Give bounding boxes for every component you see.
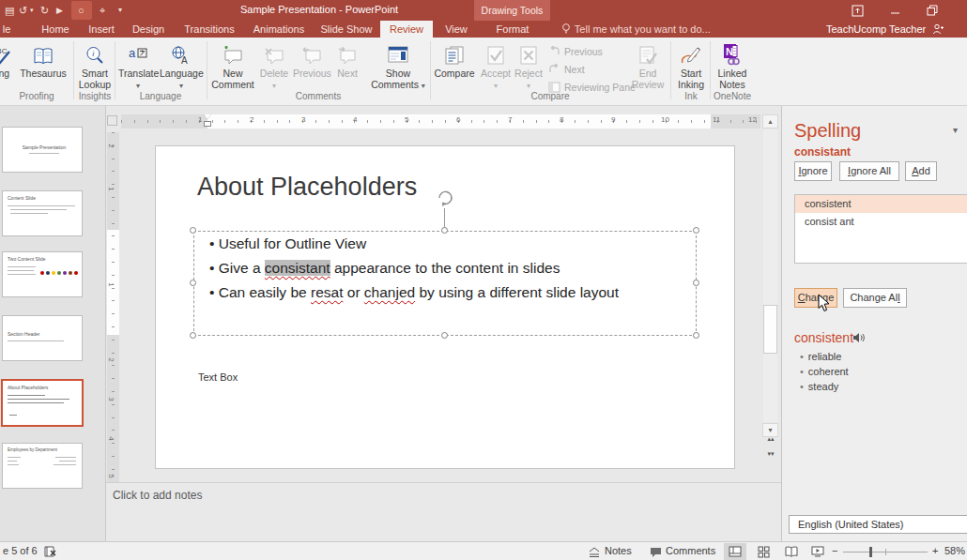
scroll-up-button[interactable]: ▴ xyxy=(762,114,778,129)
save-icon[interactable]: ▤ xyxy=(5,3,14,18)
synonym-item[interactable]: •coherent xyxy=(800,366,849,377)
compare-button[interactable]: Compare xyxy=(432,41,477,79)
slide-canvas[interactable]: About Placeholders • Useful for Outline … xyxy=(155,145,735,469)
resize-handle-sw[interactable] xyxy=(190,332,196,339)
suggestion-item-selected[interactable]: consistent xyxy=(795,195,967,213)
ribbon-display-options-button[interactable] xyxy=(843,0,871,21)
group-separator xyxy=(710,41,711,99)
thumbnail-slide-5-selected[interactable]: About Placeholders xyxy=(1,379,84,427)
new-comment-button[interactable]: New Comment xyxy=(210,41,255,90)
rotate-handle-icon[interactable] xyxy=(435,188,455,208)
slide-sorter-view-button[interactable] xyxy=(752,543,775,560)
restore-button[interactable] xyxy=(918,0,946,21)
resize-handle-ne[interactable] xyxy=(693,227,699,234)
change-all-button[interactable]: Change All xyxy=(843,288,907,308)
start-from-beginning-icon[interactable]: ▶ xyxy=(56,3,63,18)
reject-button: Reject ▾ xyxy=(513,41,545,92)
spell-check-status-icon[interactable] xyxy=(43,545,57,558)
synonym-item[interactable]: •reliable xyxy=(800,351,841,362)
zoom-percentage[interactable]: 58% xyxy=(944,545,965,556)
reading-view-button[interactable] xyxy=(780,543,803,560)
language-button[interactable]: A Language ▾ xyxy=(160,41,203,92)
slide-title[interactable]: About Placeholders xyxy=(197,173,417,202)
delete-comment-icon xyxy=(264,47,284,66)
share-button[interactable]: Shar xyxy=(932,21,967,38)
scrollbar-track[interactable] xyxy=(763,129,777,422)
resize-handle-w[interactable] xyxy=(190,280,196,286)
content-textbox[interactable]: • Useful for Outline View • Give a consi… xyxy=(193,231,697,336)
bullet-line-1[interactable]: • Useful for Outline View xyxy=(209,235,366,252)
tab-transitions[interactable]: Transitions xyxy=(177,21,242,38)
ignore-button[interactable]: Ignore xyxy=(794,161,832,181)
tell-me-box[interactable]: Tell me what you want to do... xyxy=(560,21,711,38)
pane-options-icon[interactable]: ▾ xyxy=(953,125,958,135)
notes-toggle[interactable]: Notes xyxy=(605,545,632,556)
resize-handle-e[interactable] xyxy=(693,280,699,286)
zoom-in-button[interactable]: + xyxy=(932,545,938,556)
scrollbar-thumb[interactable] xyxy=(763,305,777,354)
synonym-item[interactable]: •steady xyxy=(800,381,838,392)
account-user-name[interactable]: TeachUcomp Teacher xyxy=(826,21,926,38)
pin-icon[interactable]: ⌖ xyxy=(100,3,105,18)
undo-icon[interactable]: ↺ xyxy=(19,3,27,18)
thumbnail-slide-4[interactable]: Section Header xyxy=(2,315,83,361)
zoom-slider-center-tick xyxy=(885,549,886,555)
zoom-out-button[interactable]: − xyxy=(832,545,837,556)
delete-comment-button: Delete ▾ xyxy=(257,41,291,92)
language-globe-icon: A xyxy=(171,45,192,66)
bullet-line-3[interactable]: • Can easily be resat or chanjed by usin… xyxy=(209,284,619,301)
minimize-button[interactable] xyxy=(881,0,909,21)
notes-placeholder[interactable]: Click to add notes xyxy=(113,489,202,502)
resize-handle-se[interactable] xyxy=(693,332,699,339)
zoom-slider-thumb[interactable] xyxy=(869,547,872,557)
previous-slide-button[interactable]: ▴▴ xyxy=(765,436,776,447)
slide-editing-area: 1 2 3 4 5 6 7 8 9 10 11 12 2 1 1 2 3 4 5 xyxy=(106,106,781,541)
first-line-indent-marker[interactable] xyxy=(204,114,211,119)
comments-status-icon[interactable] xyxy=(650,547,662,558)
slide-show-view-button[interactable] xyxy=(806,543,829,560)
thesaurus-button[interactable]: Thesaurus xyxy=(17,41,69,79)
add-button[interactable]: Add xyxy=(905,161,937,181)
undo-dropdown-icon[interactable]: ▾ xyxy=(30,3,34,18)
tab-insert[interactable]: Insert xyxy=(81,21,122,38)
minimize-icon xyxy=(890,6,900,16)
comments-toggle[interactable]: Comments xyxy=(666,545,715,556)
change-button[interactable]: Change xyxy=(794,288,837,308)
normal-view-button[interactable] xyxy=(724,543,746,560)
qat-customize-icon[interactable]: ▾ xyxy=(118,3,122,18)
smart-lookup-button[interactable]: i Smart Lookup xyxy=(75,41,115,90)
thumbnail-slide-2[interactable]: Content Slide xyxy=(2,190,83,236)
thumbnail-slide-3[interactable]: Two Content Slide xyxy=(2,251,83,297)
notes-status-icon[interactable] xyxy=(589,547,600,557)
resize-handle-s[interactable] xyxy=(441,332,448,339)
tab-slide-show[interactable]: Slide Show xyxy=(315,21,377,38)
spelling-button[interactable]: ABC ling xyxy=(0,41,19,79)
translate-button[interactable]: a Translate ▾ xyxy=(118,41,158,92)
thumbnail-slide-1[interactable]: Sample Presentation xyxy=(2,127,83,173)
tab-design[interactable]: Design xyxy=(124,21,173,38)
group-separator xyxy=(207,41,207,99)
tab-review[interactable]: Review xyxy=(380,21,433,38)
bullet-line-2[interactable]: • Give a consistant appearance to the co… xyxy=(209,260,560,277)
tab-animations[interactable]: Animations xyxy=(244,21,314,38)
next-slide-button[interactable]: ▾▾ xyxy=(765,451,776,462)
circle-tool-icon[interactable]: ○ xyxy=(78,3,84,18)
start-inking-button[interactable]: Start Inking xyxy=(672,41,710,90)
tab-file[interactable]: le xyxy=(0,21,13,38)
textbox-label[interactable]: Text Box xyxy=(198,371,238,383)
tab-format[interactable]: Format xyxy=(484,21,541,38)
redo-icon[interactable]: ↻ xyxy=(40,3,49,18)
thumbnail-slide-6[interactable]: Employees by Department xyxy=(2,443,83,489)
resize-handle-nw[interactable] xyxy=(190,227,196,234)
linked-notes-button[interactable]: N Linked Notes xyxy=(712,41,753,90)
resize-handle-n[interactable] xyxy=(441,227,448,234)
hanging-indent-marker[interactable] xyxy=(204,121,211,127)
show-comments-button[interactable]: Show Comments ▾ xyxy=(368,41,428,92)
ignore-all-button[interactable]: Ignore All xyxy=(839,161,899,181)
suggestion-item[interactable]: consist ant xyxy=(795,213,967,231)
notes-pane[interactable]: Click to add notes xyxy=(106,482,781,541)
pronounce-speaker-icon[interactable] xyxy=(852,332,865,343)
tab-home[interactable]: Home xyxy=(30,21,81,38)
dictionary-language-dropdown[interactable]: English (United States) xyxy=(789,515,967,534)
tab-view[interactable]: View xyxy=(437,21,476,38)
